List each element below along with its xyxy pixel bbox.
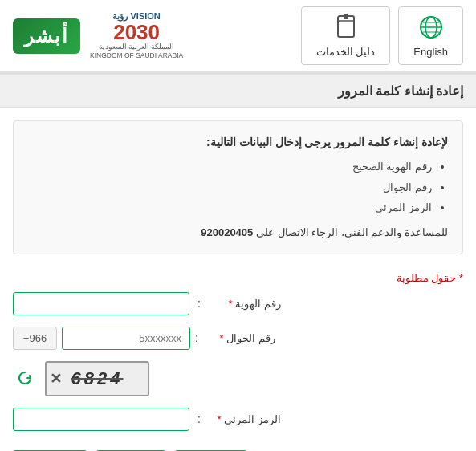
id-colon: : bbox=[197, 297, 201, 310]
svg-rect-7 bbox=[344, 14, 348, 19]
phone-colon: : bbox=[195, 331, 198, 344]
book-icon bbox=[332, 14, 360, 41]
english-label: English bbox=[413, 46, 448, 58]
captcha-display: 6824 bbox=[71, 368, 124, 389]
id-row: رقم الهوية * : bbox=[13, 292, 463, 315]
captcha-colon: : bbox=[197, 412, 201, 425]
info-list: رقم الهوية الصحيح رقم الجوال الرمز المرئ… bbox=[28, 157, 448, 217]
main-content: إعادة إنشاء كلمة المرور لإعادة إنشاء كلم… bbox=[0, 75, 476, 451]
vision-subtitle: المملكة العربية السعوديةKINGDOM OF SAUDI… bbox=[90, 43, 183, 60]
vision-logo: VISION رؤية 2030 المملكة العربية السعودي… bbox=[90, 11, 183, 60]
header-nav: English دليل الخدمات bbox=[301, 6, 463, 65]
captcha-label: الرمز المرئي * bbox=[209, 413, 281, 425]
info-item-1: رقم الهوية الصحيح bbox=[28, 157, 432, 176]
info-item-3: الرمز المرئي bbox=[28, 198, 432, 217]
captcha-row: ✕ 6824 bbox=[13, 361, 463, 396]
vision-year: 2030 bbox=[113, 22, 160, 43]
captcha-input[interactable] bbox=[13, 408, 189, 431]
id-label: رقم الهوية * bbox=[209, 298, 281, 310]
phone-label: رقم الجوال * bbox=[203, 332, 275, 344]
captcha-required-star: * bbox=[218, 413, 222, 425]
services-guide-button[interactable]: دليل الخدمات bbox=[301, 6, 391, 65]
phone-required-star: * bbox=[220, 332, 224, 344]
support-number: 920020405 bbox=[201, 226, 253, 238]
captcha-input-row: الرمز المرئي * : bbox=[13, 408, 463, 431]
page-title-bar: إعادة إنشاء كلمة المرور bbox=[0, 75, 476, 108]
captcha-x-mark: ✕ bbox=[50, 370, 62, 388]
country-code: +966 bbox=[13, 327, 57, 350]
english-button[interactable]: English bbox=[398, 6, 463, 65]
support-line: للمساعدة والدعم الفني، الرجاء الاتصال عل… bbox=[28, 223, 448, 242]
phone-input[interactable] bbox=[62, 327, 190, 350]
info-item-2: رقم الجوال bbox=[28, 178, 432, 197]
phone-row: رقم الجوال * : +966 bbox=[13, 327, 463, 350]
captcha-image: ✕ 6824 bbox=[45, 361, 149, 396]
id-input[interactable] bbox=[13, 292, 189, 315]
services-guide-label: دليل الخدمات bbox=[316, 46, 376, 58]
support-text: للمساعدة والدعم الفني، الرجاء الاتصال عل… bbox=[256, 226, 448, 238]
header: English دليل الخدمات VISION رؤية 2030 bbox=[0, 0, 476, 73]
required-note: * حقول مطلوبة bbox=[0, 267, 476, 286]
globe-icon bbox=[417, 14, 445, 41]
absher-logo: أبشر bbox=[13, 18, 80, 54]
info-box: لإعادة إنشاء كلمة المرور يرجى إدخال البي… bbox=[13, 120, 463, 254]
form-section: رقم الهوية * : رقم الجوال * : +966 ✕ 682… bbox=[0, 286, 476, 451]
logo-area: VISION رؤية 2030 المملكة العربية السعودي… bbox=[13, 11, 183, 60]
page-title: إعادة إنشاء كلمة المرور bbox=[338, 84, 463, 98]
info-title: لإعادة إنشاء كلمة المرور يرجى إدخال البي… bbox=[28, 132, 448, 152]
refresh-captcha-button[interactable] bbox=[13, 367, 37, 391]
buttons-row: التالي إلغاء مسح bbox=[13, 442, 463, 451]
id-required-star: * bbox=[229, 298, 233, 310]
